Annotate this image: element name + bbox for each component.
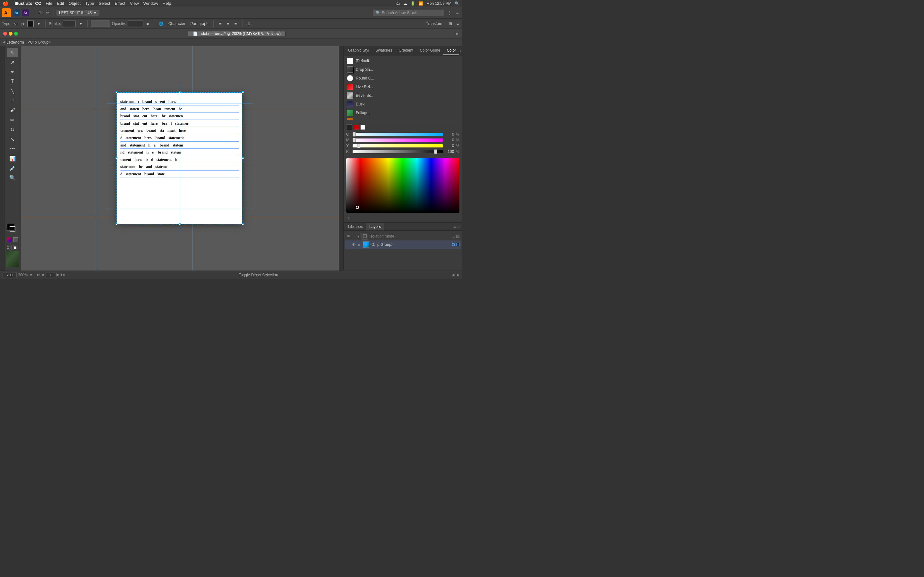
canvas-area[interactable]: statemen : brand s ent here. and staten … — [21, 46, 339, 271]
cmyk-k-track[interactable] — [352, 150, 443, 153]
panel-toggle-icon[interactable]: ≡ — [455, 10, 460, 16]
bridge-icon[interactable]: Br — [13, 9, 20, 16]
tab-color-guide[interactable]: Color Guide — [417, 46, 443, 55]
layer-expand-clip[interactable]: ▶ — [358, 243, 362, 247]
style-item-bevelso[interactable]: Bevel So... — [345, 91, 461, 100]
nav-last[interactable]: ⏭ — [61, 272, 65, 278]
style-item-pompad[interactable]: Pompad... — [345, 117, 461, 119]
diamond-tool-btn[interactable]: ◇ — [20, 21, 25, 27]
direct-select-tool[interactable]: ↗ — [7, 58, 18, 67]
layer-visibility-isolation[interactable]: 👁 — [346, 234, 351, 239]
eyedropper-tool[interactable]: 💉 — [7, 163, 18, 172]
panel-mini-left[interactable]: ◁ — [346, 215, 351, 220]
arrange-icon[interactable]: ⋮ — [446, 10, 453, 16]
stock-icon[interactable]: St — [22, 9, 29, 16]
transform-icon[interactable]: ⊞ — [447, 21, 453, 27]
bottom-panel-menu[interactable]: ≡ — [454, 224, 456, 229]
menu-view[interactable]: View — [130, 1, 139, 6]
cloud-icon[interactable]: ☁ — [403, 1, 407, 6]
layer-item-clipgroup[interactable]: 👁 ▶ <Clip Group> — [345, 240, 461, 249]
selection-tool[interactable]: ↖ — [7, 48, 18, 57]
fill-stroke-pair[interactable] — [7, 224, 18, 235]
panel-arrows[interactable]: ◁◁ ≡ — [459, 48, 462, 53]
nav-next[interactable]: ▶ — [57, 272, 60, 278]
layer-clip-target[interactable] — [452, 243, 455, 246]
style-item-foliage[interactable]: Foliage_ — [345, 109, 461, 117]
style-item-dusk[interactable]: Dusk — [345, 100, 461, 108]
handle-ml[interactable] — [115, 157, 118, 159]
zoom-dropdown[interactable]: ▼ — [29, 273, 33, 277]
cmyk-k-thumb[interactable] — [434, 149, 437, 154]
layer-lock-btn[interactable] — [456, 235, 459, 238]
cmyk-y-track[interactable] — [352, 144, 443, 147]
paragraph-label[interactable]: Paragraph — [189, 21, 210, 27]
tab-swatches[interactable]: Swatches — [372, 46, 395, 55]
opacity-input[interactable] — [128, 21, 144, 27]
menu-edit[interactable]: Edit — [57, 1, 64, 6]
fill-color-swatch[interactable] — [27, 21, 34, 27]
breadcrumb-item-2[interactable]: <Clip Group> — [28, 40, 51, 45]
dropbox-icon[interactable]: 🗂 — [396, 1, 400, 6]
zoom-tool[interactable]: 🔍 — [7, 173, 18, 182]
cmyk-c-track[interactable] — [352, 133, 443, 136]
app-name-menu[interactable]: Illustrator CC — [15, 1, 41, 6]
swatch-red[interactable] — [354, 125, 359, 130]
screen-mode-normal[interactable]: □ — [7, 245, 12, 250]
menu-effect[interactable]: Effect — [115, 1, 126, 6]
selection-tool-btn[interactable]: ↖ — [12, 21, 18, 27]
search-menu-icon[interactable]: 🔍 — [455, 1, 459, 6]
tab-color[interactable]: Color — [443, 46, 459, 55]
screen-mode-full[interactable]: ◼ — [13, 245, 18, 250]
cmyk-c-thumb[interactable] — [352, 132, 356, 137]
transform-label[interactable]: Transform — [425, 21, 445, 27]
stroke-dropdown-btn[interactable]: ▼ — [78, 21, 84, 27]
zoom-input[interactable] — [3, 272, 17, 278]
document-tab[interactable]: 📄 adobeforum.ai* @ 200% (CMYK/GPU Previe… — [188, 31, 285, 36]
tab-gradient[interactable]: Gradient — [395, 46, 417, 55]
handle-mr[interactable] — [242, 157, 244, 159]
layer-visibility-clip[interactable]: 👁 — [351, 242, 357, 247]
artboard-nav-right[interactable]: ▶ — [457, 273, 459, 277]
opacity-arrow-btn[interactable]: ▶ — [145, 21, 151, 27]
minimize-button[interactable] — [9, 32, 13, 35]
search-stock-field[interactable]: 🔍 Search Adobe Stock — [373, 10, 444, 16]
pencil-tool[interactable]: ✏ — [7, 115, 18, 124]
graph-tool[interactable]: 📊 — [7, 154, 18, 163]
layer-item-isolation[interactable]: 👁 ▼ Isolation Mode — [345, 232, 461, 240]
nav-first[interactable]: ⏮ — [36, 272, 40, 278]
breadcrumb-item-1[interactable]: Letterform — [6, 40, 24, 45]
menu-object[interactable]: Object — [69, 1, 81, 6]
menu-file[interactable]: File — [45, 1, 52, 6]
text-options-icon[interactable]: ⊕ — [246, 21, 252, 27]
rotate-tool[interactable]: ↻ — [7, 125, 18, 134]
color-mode-icon[interactable] — [7, 237, 12, 242]
paintbrush-tool[interactable]: 🖌 — [7, 106, 18, 115]
align-left-btn[interactable]: ≡ — [217, 20, 224, 27]
tab-libraries[interactable]: Libraries — [345, 223, 366, 230]
workspace-selector[interactable]: LEFT SPLIT ILLUS ▼ — [57, 10, 99, 16]
handle-tr[interactable] — [242, 91, 244, 93]
align-right-btn[interactable]: ≡ — [232, 20, 239, 27]
tab-graphic-styles[interactable]: Graphic Styl — [345, 46, 372, 55]
cmyk-y-thumb[interactable] — [357, 143, 360, 148]
style-item-liveref[interactable]: Live Ref... — [345, 83, 461, 91]
menu-help[interactable]: Help — [163, 1, 171, 6]
maximize-button[interactable] — [14, 32, 18, 35]
handle-bl[interactable] — [115, 223, 118, 226]
line-tool[interactable]: ╲ — [7, 87, 18, 95]
character-label[interactable]: Character — [167, 21, 187, 27]
none-mode-icon[interactable] — [13, 237, 18, 242]
more-options-btn[interactable]: ≡ — [455, 21, 460, 27]
font-size-display[interactable] — [91, 21, 110, 27]
pen-tool-btn[interactable]: ✏ — [45, 10, 51, 16]
grid-view-btn[interactable]: ⊞ — [37, 10, 43, 16]
handle-tl[interactable] — [115, 91, 118, 93]
type-tool[interactable]: T — [7, 77, 18, 86]
layer-clip-lock[interactable] — [456, 243, 459, 246]
warp-tool[interactable]: 〜 — [7, 144, 18, 153]
menu-select[interactable]: Select — [99, 1, 110, 6]
cmyk-m-thumb[interactable] — [352, 138, 356, 142]
stroke-input[interactable] — [63, 21, 76, 27]
nav-prev[interactable]: ◀ — [41, 272, 44, 278]
tab-scroll-right[interactable]: ▶ — [456, 31, 459, 36]
